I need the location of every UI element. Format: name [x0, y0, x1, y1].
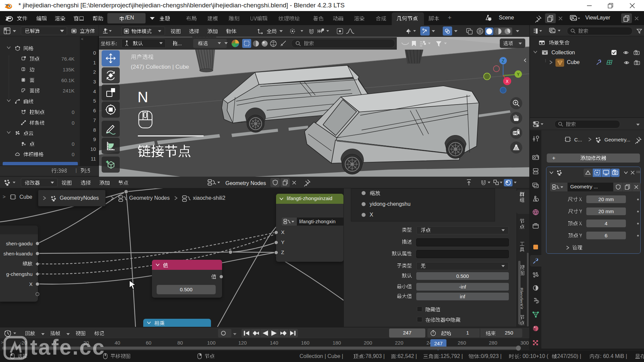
svg-text:tafe.cc: tafe.cc	[30, 336, 105, 359]
svg-text:Z: Z	[502, 59, 504, 63]
svg-text:Y: Y	[517, 72, 520, 77]
svg-text:X: X	[506, 79, 508, 84]
